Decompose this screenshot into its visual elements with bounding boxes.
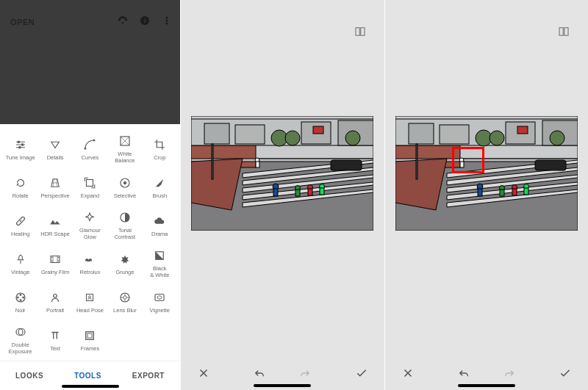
tab-looks[interactable]: LOOKS (15, 372, 43, 380)
undo-icon[interactable] (253, 366, 266, 380)
sliders-icon (14, 138, 27, 151)
apply-icon[interactable] (355, 366, 368, 380)
undo-icon[interactable] (457, 366, 470, 380)
close-icon[interactable] (197, 366, 210, 380)
tool-rotate[interactable]: Rotate (3, 168, 37, 206)
tool-label: Black & White (150, 265, 169, 278)
tool-label: Tonal Contrast (115, 227, 135, 240)
tool-retrolux[interactable]: Retrolux (73, 245, 107, 283)
home-indicator (458, 384, 515, 387)
tool-label: Details (47, 154, 64, 161)
tool-label: Expand (81, 192, 99, 199)
rotate-icon (14, 176, 27, 189)
mountains-icon (49, 214, 62, 228)
tool-grunge[interactable]: Grunge (107, 245, 142, 283)
tool-label: HDR Scape (40, 231, 70, 237)
tool-label: Crop (154, 154, 165, 161)
tool-head-pose[interactable]: Head Pose (73, 283, 107, 321)
open-button[interactable]: OPEN (10, 18, 35, 26)
tool-black-white[interactable]: Black & White (143, 245, 177, 283)
tool-lens-blur[interactable]: Lens Blur (107, 283, 142, 321)
perspective-icon (49, 176, 62, 189)
tool-label: Rotate (12, 192, 29, 199)
tool-vignette[interactable]: Vignette (143, 283, 177, 321)
tool-selective[interactable]: Selective (107, 168, 142, 206)
tool-label: Retrolux (80, 269, 101, 275)
aperture-icon (118, 291, 132, 304)
expand-icon (83, 176, 96, 189)
editor-toolbar (181, 356, 384, 390)
tool-label: Perspective (41, 192, 70, 199)
target-icon (118, 176, 132, 189)
frames-icon (83, 329, 96, 342)
tool-label: Glamour Glow (79, 227, 101, 240)
bandaid-icon (14, 214, 27, 228)
tool-vintage[interactable]: Vintage (3, 245, 37, 283)
tool-frames[interactable]: Frames (73, 321, 107, 359)
tool-label: Text (50, 345, 60, 352)
tool-expand[interactable]: Expand (73, 168, 107, 206)
tool-label: Vintage (11, 269, 29, 275)
tool-tune-image[interactable]: Tune Image (3, 130, 37, 168)
tool-label: Vignette (150, 307, 170, 314)
tool-label: Brush (153, 192, 168, 199)
tool-double-exposure[interactable]: Double Exposure (3, 321, 37, 359)
close-icon[interactable] (401, 366, 415, 380)
tool-perspective[interactable]: Perspective (37, 168, 72, 206)
info-icon[interactable] (139, 15, 151, 26)
svg-point-4 (166, 23, 168, 24)
apply-icon[interactable] (559, 366, 572, 380)
tool-label: Grainy Film (41, 269, 69, 275)
tool-crop[interactable]: Crop (143, 130, 177, 168)
tool-label: Grunge (115, 269, 134, 275)
selection-rectangle[interactable] (452, 147, 484, 173)
tab-export[interactable]: EXPORT (132, 372, 165, 380)
tool-text[interactable]: Text (37, 321, 72, 359)
home-indicator (62, 385, 119, 388)
svg-point-3 (166, 20, 168, 21)
svg-point-2 (166, 17, 168, 18)
tool-noir[interactable]: Noir (3, 283, 37, 321)
photo-canvas[interactable] (191, 116, 373, 231)
tool-portrait[interactable]: Portrait (37, 283, 72, 321)
bottom-tabs: LOOKS TOOLS EXPORT (0, 361, 180, 390)
tool-drama[interactable]: Drama (143, 206, 177, 245)
compare-icon[interactable] (354, 25, 367, 41)
tool-tonal-contrast[interactable]: Tonal Contrast (107, 206, 142, 245)
style-icon[interactable] (117, 15, 129, 26)
wb-icon (118, 134, 132, 148)
image-header-dark: OPEN (0, 0, 180, 124)
moustache-icon (83, 253, 96, 266)
tool-label: Portrait (46, 307, 64, 314)
tool-hdr-scape[interactable]: HDR Scape (37, 206, 72, 245)
triangle-down-icon (49, 138, 62, 151)
tool-label: Double Exposure (9, 342, 32, 355)
tools-panel: OPEN Tune ImageDetailsCurvesWhite Balanc… (0, 0, 180, 390)
editor-pane-2 (384, 0, 589, 390)
photo-canvas[interactable] (395, 116, 578, 231)
tool-glamour-glow[interactable]: Glamour Glow (73, 206, 107, 245)
vignette-icon (153, 291, 166, 304)
redo-icon[interactable] (503, 366, 516, 380)
bw-icon (153, 249, 166, 262)
tool-label: Curves (82, 154, 99, 161)
more-icon[interactable] (161, 15, 173, 26)
tool-details[interactable]: Details (37, 130, 72, 168)
tool-grid: Tune ImageDetailsCurvesWhite BalanceCrop… (0, 124, 180, 361)
crop-icon (153, 138, 166, 151)
tool-grainy-film[interactable]: Grainy Film (37, 245, 72, 283)
reel-icon (14, 291, 27, 304)
tool-curves[interactable]: Curves (73, 130, 107, 168)
tool-label: Selective (114, 192, 136, 199)
tab-tools[interactable]: TOOLS (74, 372, 101, 380)
redo-icon[interactable] (298, 366, 312, 380)
double-icon (14, 325, 27, 339)
tool-label: Healing (11, 231, 29, 237)
tool-healing[interactable]: Healing (3, 206, 37, 245)
tool-label: Drama (151, 231, 168, 237)
compare-icon[interactable] (557, 25, 570, 41)
sparkle-icon (83, 211, 96, 224)
tool-brush[interactable]: Brush (143, 168, 177, 206)
tool-white-balance[interactable]: White Balance (107, 130, 142, 168)
splatter-icon (118, 253, 132, 266)
